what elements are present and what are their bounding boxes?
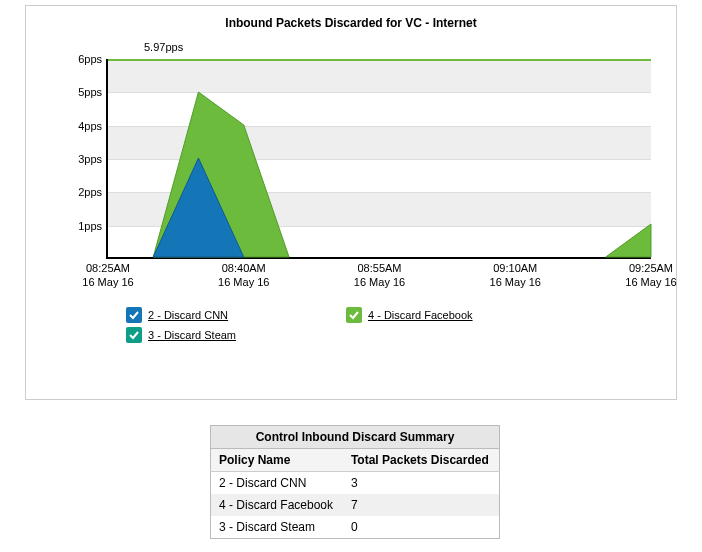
y-tick: 5pps: [78, 86, 108, 98]
checkbox-icon[interactable]: [126, 307, 142, 323]
y-tick: 3pps: [78, 153, 108, 165]
x-tick: 08:55AM 16 May 16: [354, 257, 405, 290]
x-tick: 08:25AM 16 May 16: [82, 257, 133, 290]
checkbox-icon[interactable]: [346, 307, 362, 323]
cell-total: 0: [343, 516, 500, 539]
y-tick: 6pps: [78, 53, 108, 65]
cell-total: 7: [343, 494, 500, 516]
chart-panel: Inbound Packets Discarded for VC - Inter…: [25, 5, 677, 400]
series-facebook-tail: [606, 224, 651, 257]
table-row: 2 - Discard CNN 3: [211, 472, 500, 495]
table-row: 4 - Discard Facebook 7: [211, 494, 500, 516]
legend-label[interactable]: 3 - Discard Steam: [148, 329, 236, 341]
y-tick: 1pps: [78, 220, 108, 232]
table-header: Policy Name: [211, 449, 343, 472]
checkbox-icon[interactable]: [126, 327, 142, 343]
chart-svg: [108, 59, 651, 257]
x-tick: 09:10AM 16 May 16: [490, 257, 541, 290]
legend-item-facebook[interactable]: 4 - Discard Facebook: [346, 307, 546, 323]
x-tick: 08:40AM 16 May 16: [218, 257, 269, 290]
y-tick: 4pps: [78, 120, 108, 132]
x-tick: 09:25AM 16 May 16: [625, 257, 676, 290]
legend: 2 - Discard CNN 4 - Discard Facebook 3 -…: [126, 307, 566, 343]
table-header: Total Packets Discarded: [343, 449, 500, 472]
plot-area: 5.97pps 1pps 2pps 3pps 4pps 5pps 6pps 08…: [106, 59, 651, 259]
legend-item-cnn[interactable]: 2 - Discard CNN: [126, 307, 326, 323]
cell-policy: 3 - Discard Steam: [211, 516, 343, 539]
cell-total: 3: [343, 472, 500, 495]
cell-policy: 2 - Discard CNN: [211, 472, 343, 495]
cell-policy: 4 - Discard Facebook: [211, 494, 343, 516]
summary-caption: Control Inbound Discard Summary: [210, 425, 500, 448]
legend-label[interactable]: 2 - Discard CNN: [148, 309, 228, 321]
table-row: 3 - Discard Steam 0: [211, 516, 500, 539]
chart-title: Inbound Packets Discarded for VC - Inter…: [26, 6, 676, 34]
summary-table: Control Inbound Discard Summary Policy N…: [210, 425, 500, 539]
y-tick: 2pps: [78, 186, 108, 198]
legend-item-steam[interactable]: 3 - Discard Steam: [126, 327, 326, 343]
max-annotation: 5.97pps: [144, 41, 183, 53]
legend-label[interactable]: 4 - Discard Facebook: [368, 309, 473, 321]
table-header-row: Policy Name Total Packets Discarded: [211, 449, 500, 472]
